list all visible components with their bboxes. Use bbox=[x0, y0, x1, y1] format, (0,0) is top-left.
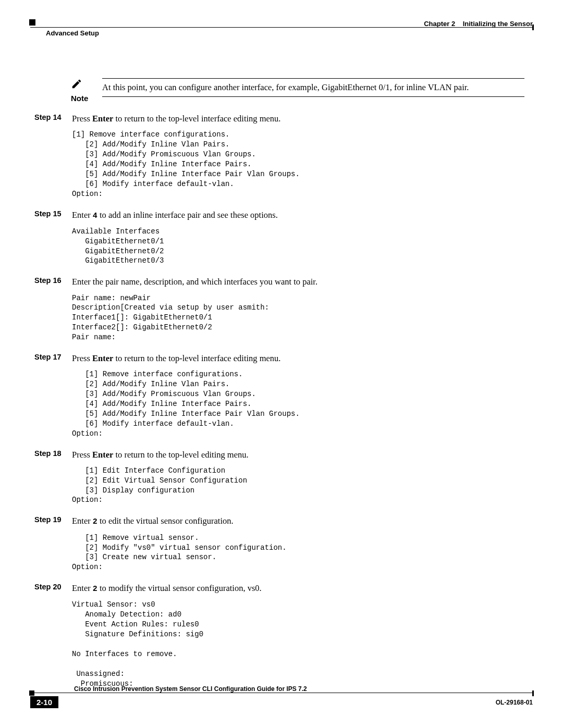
step-label: Step 15 bbox=[34, 209, 64, 218]
console-output: Available Interfaces GigabitEthernet0/1 … bbox=[72, 227, 524, 266]
step-text-pre: Press bbox=[72, 114, 92, 124]
step-row: Step 18 Press Enter to return to the top… bbox=[71, 449, 524, 505]
chapter-title: Initializing the Sensor bbox=[463, 20, 533, 28]
step-row: Step 19 Enter 2 to edit the virtual sens… bbox=[71, 515, 524, 572]
step-row: Step 14 Press Enter to return to the top… bbox=[71, 113, 524, 199]
step-text-post: to modify the virtual sensor configurati… bbox=[97, 583, 262, 593]
footer-tick-right bbox=[532, 690, 534, 696]
footer-square-marker bbox=[29, 690, 34, 696]
page-footer: Cisco Intrusion Prevention System Sensor… bbox=[30, 695, 533, 708]
console-output: [1] Edit Interface Configuration [2] Edi… bbox=[72, 466, 524, 505]
step-text-pre: Press bbox=[72, 353, 92, 363]
step-kbd: Enter bbox=[92, 353, 113, 363]
console-output: [1] Remove interface configurations. [2]… bbox=[72, 130, 524, 199]
page-header: Chapter 2 Initializing the Sensor Advanc… bbox=[30, 20, 533, 38]
content: Note At this point, you can configure an… bbox=[71, 78, 524, 688]
step-text-pre: Enter bbox=[72, 583, 93, 593]
step-label: Step 20 bbox=[34, 583, 64, 591]
step-text-post: to return to the top-level interface edi… bbox=[113, 353, 280, 363]
step-kbd: Enter bbox=[92, 114, 113, 124]
header-section: Advanced Setup bbox=[46, 29, 99, 37]
step-label: Step 19 bbox=[34, 515, 64, 524]
console-output: Pair name: newPair Description[Created v… bbox=[72, 293, 524, 342]
step-body: Enter the pair name, description, and wh… bbox=[72, 276, 524, 342]
step-row: Step 20 Enter 2 to modify the virtual se… bbox=[71, 583, 524, 688]
note-rule-top bbox=[102, 78, 524, 79]
step-text-pre: Enter bbox=[72, 210, 93, 220]
chapter-label: Chapter 2 bbox=[424, 20, 455, 28]
step-body: Press Enter to return to the top-level i… bbox=[72, 353, 524, 439]
note-label: Note bbox=[71, 94, 93, 103]
step-tt: 4 bbox=[93, 212, 97, 220]
note-rule-bottom bbox=[102, 96, 524, 97]
step-label: Step 14 bbox=[34, 113, 64, 121]
page: Chapter 2 Initializing the Sensor Advanc… bbox=[0, 0, 563, 728]
header-square-marker bbox=[29, 19, 35, 26]
step-body: Enter 2 to edit the virtual sensor confi… bbox=[72, 515, 524, 572]
step-label: Step 17 bbox=[34, 353, 64, 361]
step-text: Enter the pair name, description, and wh… bbox=[72, 277, 317, 287]
step-label: Step 16 bbox=[34, 276, 64, 285]
step-text-post: to return to the top-level editing menu. bbox=[113, 450, 248, 460]
step-row: Step 15 Enter 4 to add an inline interfa… bbox=[71, 209, 524, 266]
step-row: Step 17 Press Enter to return to the top… bbox=[71, 353, 524, 439]
note-label-col: Note bbox=[71, 78, 93, 103]
page-number: 2-10 bbox=[30, 696, 58, 708]
step-text-post: to edit the virtual sensor configuration… bbox=[97, 516, 234, 526]
step-body: Press Enter to return to the top-level i… bbox=[72, 113, 524, 199]
pencil-icon bbox=[71, 78, 93, 92]
step-tt: 2 bbox=[93, 517, 97, 526]
note-block: Note At this point, you can configure an… bbox=[71, 78, 524, 103]
note-text: At this point, you can configure another… bbox=[102, 82, 469, 92]
step-body: Press Enter to return to the top-level e… bbox=[72, 449, 524, 505]
step-row: Step 16 Enter the pair name, description… bbox=[71, 276, 524, 342]
note-body: At this point, you can configure another… bbox=[102, 78, 524, 97]
step-tt: 2 bbox=[93, 585, 97, 594]
step-text-pre: Enter bbox=[72, 516, 93, 526]
footer-rule bbox=[30, 693, 533, 693]
step-text-pre: Press bbox=[72, 450, 92, 460]
doc-id: OL-29168-01 bbox=[496, 699, 533, 706]
console-output: [1] Remove interface configurations. [2]… bbox=[72, 369, 524, 438]
footer-title: Cisco Intrusion Prevention System Sensor… bbox=[74, 685, 533, 693]
console-output: Virtual Sensor: vs0 Anomaly Detection: a… bbox=[72, 600, 524, 688]
step-text-post: to return to the top-level interface edi… bbox=[113, 114, 280, 124]
console-output: [1] Remove virtual sensor. [2] Modify "v… bbox=[72, 533, 524, 573]
step-body: Enter 4 to add an inline interface pair … bbox=[72, 209, 524, 266]
footer-row: 2-10 OL-29168-01 bbox=[30, 696, 533, 708]
header-chapter: Chapter 2 Initializing the Sensor bbox=[424, 20, 533, 28]
step-body: Enter 2 to modify the virtual sensor con… bbox=[72, 583, 524, 688]
step-label: Step 18 bbox=[34, 449, 64, 458]
step-text-post: to add an inline interface pair and see … bbox=[97, 210, 278, 220]
step-kbd: Enter bbox=[92, 450, 113, 460]
